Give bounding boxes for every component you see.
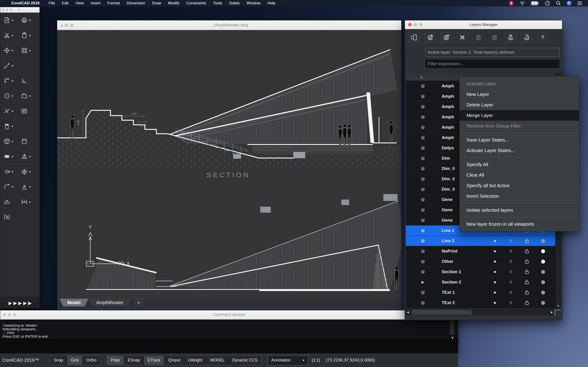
show-toggle[interactable] [487,302,503,304]
flyout-caret-icon[interactable]: ▾ [29,34,31,37]
layer-status-icon[interactable] [406,125,440,130]
frozen-toggle[interactable]: ◊ [503,300,519,305]
layer-status-icon[interactable] [406,197,440,202]
note-icon[interactable] [20,107,29,115]
flyout-caret-icon[interactable]: ▾ [12,109,13,113]
frozen-toggle[interactable]: ◊ [503,280,519,285]
scrollbar-thumb[interactable] [412,310,472,315]
lock-toggle[interactable] [519,238,535,243]
layer-status-icon[interactable] [406,166,440,171]
menu-window[interactable]: Window [243,1,264,6]
minimize-button[interactable] [414,23,417,26]
scroll-down-icon[interactable]: ▼ [555,304,561,308]
command-input[interactable] [0,338,458,353]
circle-icon[interactable] [2,92,11,100]
layer-name[interactable]: Section 2 [440,280,487,285]
battery-icon[interactable] [531,1,539,5]
menu-item-activate-layer-states[interactable]: Activate Layer States... [460,145,579,156]
toggle-polar[interactable]: Polar [107,356,124,365]
frozen-toggle[interactable]: ◊ [503,249,519,254]
flyout-caret-icon[interactable]: ▾ [29,49,31,52]
flyout-caret-icon[interactable]: ▾ [29,94,31,98]
fillet-icon[interactable] [2,182,11,191]
xline-icon[interactable] [2,107,11,115]
flyout-caret-icon[interactable]: ▾ [12,34,13,37]
scroll-left-icon[interactable]: ◀ [407,311,409,314]
close-button[interactable] [61,24,62,26]
frozen-toggle[interactable]: ◊ [503,259,519,264]
show-toggle[interactable] [487,261,503,263]
file-new-icon[interactable] [2,16,11,25]
command-history[interactable]: :<Switching to: Model>Rebuilding viewpor… [0,319,458,337]
layer-status-icon[interactable] [406,145,440,151]
rect-label-icon[interactable] [20,92,29,100]
frozen-toggle[interactable]: ◊ [503,239,519,243]
scale-indicator[interactable]: (1:1) [312,358,320,363]
clipboard-icon[interactable] [20,31,29,40]
menu-app-name[interactable]: CorelCAD 2019 [8,1,43,6]
linecolor-swatch[interactable] [535,291,551,294]
toggle-etrack[interactable]: ETrack [144,356,164,365]
layer-name[interactable]: Section 1 [440,269,487,274]
layer-confirm-button[interactable] [489,32,500,43]
tool-palette-titlebar[interactable]: T... [0,7,40,13]
layer-status-icon[interactable] [406,176,440,182]
layer-status-icon[interactable] [406,217,440,223]
layer-status-icon[interactable] [406,228,440,233]
toggle-dynamic-ccs[interactable]: Dynamic CCS [228,356,261,365]
layer-search-button[interactable] [521,32,532,43]
layer-status-icon[interactable] [406,207,440,213]
node-line-icon[interactable] [2,76,11,85]
flyout-caret-icon[interactable]: ▾ [29,170,31,173]
move-icon[interactable] [2,46,11,55]
close-button[interactable] [2,8,5,11]
array-icon[interactable] [20,46,29,55]
close-button[interactable] [408,23,412,26]
rotate-icon[interactable] [2,167,11,176]
active-layer-icon[interactable]: ▶ [406,280,440,284]
layer-status-icon[interactable] [406,135,440,140]
layers-titlebar[interactable]: Layers Manager [405,20,562,29]
layer-status-icon[interactable] [406,259,440,264]
menu-dimension[interactable]: Dimension [123,1,148,6]
layer-row-noprint[interactable]: NoPrint◊ [406,246,561,257]
layer-name[interactable]: NoPrint [440,249,487,254]
flyout-caret-icon[interactable]: ▾ [12,155,13,158]
toolbar-overflow-arrows[interactable]: ▶▶▶▶▶ [0,297,40,309]
zoom-button[interactable] [70,23,73,27]
vrect-icon[interactable] [2,122,11,131]
meter-icon[interactable] [545,1,550,6]
menu-item-save-layer-states[interactable]: Save Layer States... [460,135,579,145]
toggle-esnap[interactable]: ESnap [124,356,144,365]
layer-name[interactable]: Other [440,259,487,264]
layer-name[interactable]: TExt 1 [440,290,487,295]
flyout-caret-icon[interactable]: ▾ [29,185,31,189]
angle-icon[interactable] [20,76,29,85]
menu-modify[interactable]: Modify [164,1,183,6]
union-icon[interactable] [2,152,11,161]
menu-item-clear-all[interactable]: Clear All [460,170,579,180]
layer-name[interactable]: TExt 2 [440,300,487,305]
drawing-canvas[interactable]: 1.50 0.36 2.46 SECTION [57,30,401,299]
toggle-grid[interactable]: Grid [67,356,82,365]
box3d-icon[interactable] [2,137,11,146]
flyout-caret-icon[interactable]: ▾ [12,185,13,189]
panel-toggle-button[interactable] [409,32,419,43]
linecolor-swatch[interactable] [535,301,551,305]
flyout-caret-icon[interactable]: ▾ [29,200,31,204]
resize-grip[interactable] [555,310,561,316]
layer-status-icon[interactable] [406,156,440,161]
line-icon[interactable] [2,61,11,70]
menu-edit[interactable]: Edit [58,1,72,6]
flyout-caret-icon[interactable]: ▾ [12,140,13,143]
show-toggle[interactable] [487,240,503,242]
command-titlebar[interactable]: Command window [0,310,458,319]
layer-row-other[interactable]: Other◊ [406,257,561,267]
close-button[interactable] [3,313,6,316]
toggle-lweight[interactable]: LWeight [184,356,207,365]
spotlight-icon[interactable] [556,1,561,6]
flyout-caret-icon[interactable]: ▾ [12,125,13,128]
layer-status-icon[interactable] [406,290,440,295]
linecolor-swatch[interactable] [535,270,551,274]
menu-item-specify-all-but-active[interactable]: Specify all but Active [460,180,579,191]
